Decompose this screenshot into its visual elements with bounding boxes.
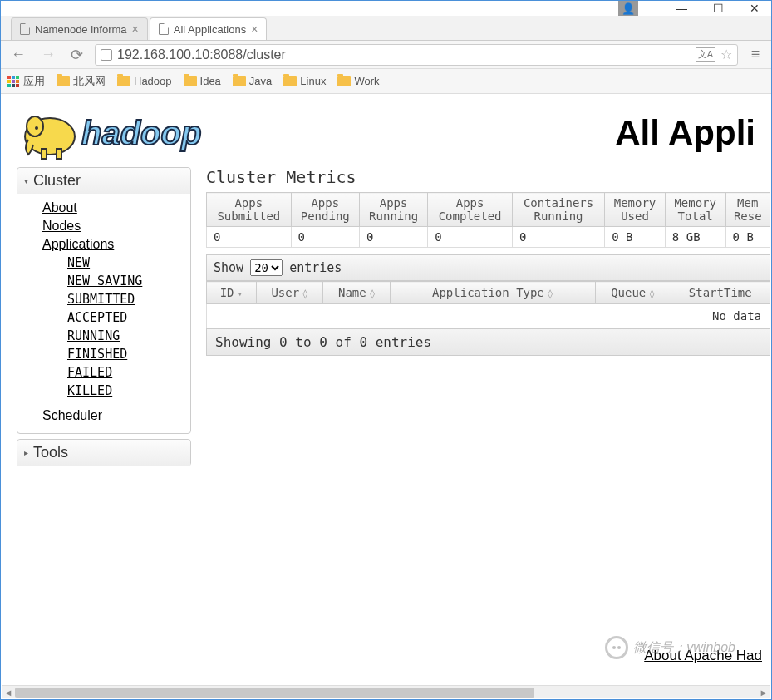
- metrics-row: 0 0 0 0 0 0 B 8 GB 0 B: [207, 227, 770, 248]
- sidebar-link-killed[interactable]: KILLED: [17, 382, 190, 400]
- page-content: hadoop All Appli ▾ Cluster About Nodes A…: [2, 95, 770, 684]
- sidebar-link-submitted[interactable]: SUBMITTED: [17, 290, 190, 308]
- apps-button[interactable]: 应用: [7, 74, 45, 89]
- sort-icon: ◊: [649, 288, 655, 299]
- sidebar-link-accepted[interactable]: ACCEPTED: [17, 308, 190, 327]
- apps-icon: [7, 76, 19, 87]
- datatable-info: Showing 0 to 0 of 0 entries: [206, 328, 770, 356]
- sidebar-link-applications[interactable]: Applications: [17, 235, 190, 254]
- svg-rect-2: [42, 149, 47, 159]
- svg-point-1: [27, 116, 43, 136]
- section-title-metrics: Cluster Metrics: [206, 167, 770, 187]
- window-close[interactable]: ✕: [745, 1, 765, 16]
- folder-icon: [233, 76, 246, 86]
- col-apps-completed: AppsCompleted: [428, 193, 513, 227]
- col-app-type[interactable]: Application Type◊: [390, 282, 595, 304]
- bookmark-folder[interactable]: Linux: [283, 75, 326, 87]
- file-icon: [20, 23, 30, 35]
- entries-select[interactable]: 20: [250, 259, 283, 276]
- svg-point-4: [35, 126, 38, 130]
- sidebar-header-cluster[interactable]: ▾ Cluster: [17, 168, 190, 194]
- bookmark-folder[interactable]: Hadoop: [117, 75, 172, 87]
- col-queue[interactable]: Queue◊: [595, 282, 671, 304]
- sort-icon: ◊: [370, 288, 376, 299]
- sidebar-link-about[interactable]: About: [17, 199, 190, 217]
- sidebar-header-tools[interactable]: ▸ Tools: [17, 440, 190, 466]
- window-minimize[interactable]: —: [671, 1, 691, 16]
- bookmark-star-icon[interactable]: ☆: [720, 47, 732, 62]
- reload-button[interactable]: ⟳: [67, 46, 86, 64]
- sidebar-link-new[interactable]: NEW: [17, 254, 190, 272]
- sidebar-link-failed[interactable]: FAILED: [17, 363, 190, 382]
- user-badge-icon[interactable]: 👤: [618, 1, 638, 16]
- col-containers-running: ContainersRunning: [512, 193, 604, 227]
- url-input[interactable]: 192.168.100.10:8088/cluster 文A ☆: [95, 44, 738, 66]
- site-info-icon[interactable]: [101, 49, 112, 61]
- folder-icon: [283, 76, 297, 86]
- col-apps-pending: AppsPending: [291, 193, 359, 227]
- page-title: All Appli: [615, 113, 755, 153]
- sidebar-section-cluster: ▾ Cluster About Nodes Applications NEW N…: [17, 167, 191, 434]
- folder-icon: [117, 76, 130, 86]
- col-id[interactable]: ID▾: [207, 282, 257, 304]
- url-text: 192.168.100.10:8088/cluster: [117, 47, 286, 62]
- sidebar: ▾ Cluster About Nodes Applications NEW N…: [17, 167, 191, 471]
- window-maximize[interactable]: ☐: [708, 1, 728, 16]
- tab-label: All Applications: [174, 23, 246, 36]
- close-icon[interactable]: ×: [251, 22, 258, 36]
- col-apps-submitted: AppsSubmitted: [207, 193, 292, 227]
- scroll-track[interactable]: [15, 686, 757, 698]
- window-titlebar: 👤 — ☐ ✕: [1, 1, 771, 16]
- back-button[interactable]: ←: [7, 46, 29, 63]
- hadoop-logo: hadoop: [17, 103, 266, 163]
- wechat-icon: [605, 636, 628, 659]
- datatable-length-control: Show 20 entries: [206, 254, 770, 281]
- sidebar-link-scheduler[interactable]: Scheduler: [17, 407, 190, 425]
- browser-address-bar: ← → ⟳ 192.168.100.10:8088/cluster 文A ☆ ≡: [1, 41, 771, 69]
- browser-tab-namenode[interactable]: Namenode informa ×: [11, 17, 148, 40]
- metrics-table: AppsSubmitted AppsPending AppsRunning Ap…: [206, 192, 770, 248]
- col-name[interactable]: Name◊: [323, 282, 391, 304]
- forward-button[interactable]: →: [37, 46, 59, 63]
- sidebar-link-nodes[interactable]: Nodes: [17, 217, 190, 235]
- svg-text:hadoop: hadoop: [81, 115, 201, 151]
- bookmark-folder[interactable]: Idea: [184, 75, 221, 87]
- close-icon[interactable]: ×: [132, 22, 139, 36]
- browser-menu-button[interactable]: ≡: [746, 46, 765, 63]
- sort-icon: ◊: [302, 288, 308, 299]
- chevron-down-icon: ▾: [24, 176, 28, 185]
- footer-about-link[interactable]: About Apache Had: [644, 648, 762, 664]
- browser-tab-applications[interactable]: All Applications ×: [150, 17, 268, 40]
- bookmark-folder[interactable]: Java: [233, 75, 272, 87]
- chevron-right-icon: ▸: [24, 448, 28, 457]
- file-icon: [159, 23, 169, 35]
- sidebar-link-running[interactable]: RUNNING: [17, 327, 190, 345]
- browser-tabstrip: Namenode informa × All Applications ×: [1, 16, 771, 41]
- col-user[interactable]: User◊: [256, 282, 323, 304]
- folder-icon: [57, 76, 70, 86]
- col-memory-total: MemoryTotal: [665, 193, 725, 227]
- bookmarks-bar: 应用 北风网 Hadoop Idea Java Linux Work: [1, 69, 771, 94]
- folder-icon: [184, 76, 197, 86]
- col-apps-running: AppsRunning: [359, 193, 427, 227]
- col-memory-used: MemoryUsed: [605, 193, 666, 227]
- bookmark-folder[interactable]: 北风网: [57, 74, 106, 89]
- scroll-right-icon[interactable]: ►: [757, 688, 770, 698]
- col-memory-reserved: MemRese: [725, 193, 770, 227]
- table-empty-row: No data: [207, 304, 770, 328]
- col-starttime[interactable]: StartTime: [671, 282, 770, 304]
- apps-label: 应用: [23, 74, 45, 89]
- translate-icon[interactable]: 文A: [696, 47, 715, 62]
- sidebar-link-new-saving[interactable]: NEW SAVING: [17, 272, 190, 290]
- folder-icon: [337, 76, 351, 86]
- bookmark-folder[interactable]: Work: [337, 75, 379, 87]
- horizontal-scrollbar[interactable]: ◄ ►: [2, 685, 770, 698]
- sort-icon: ◊: [548, 288, 553, 299]
- sidebar-section-tools: ▸ Tools: [17, 439, 191, 466]
- scroll-left-icon[interactable]: ◄: [2, 688, 15, 698]
- sort-icon: ▾: [238, 288, 243, 299]
- scroll-thumb[interactable]: [15, 688, 534, 698]
- applications-table: ID▾ User◊ Name◊ Application Type◊ Queue◊…: [206, 281, 770, 328]
- tab-label: Namenode informa: [35, 23, 127, 36]
- sidebar-link-finished[interactable]: FINISHED: [17, 345, 190, 363]
